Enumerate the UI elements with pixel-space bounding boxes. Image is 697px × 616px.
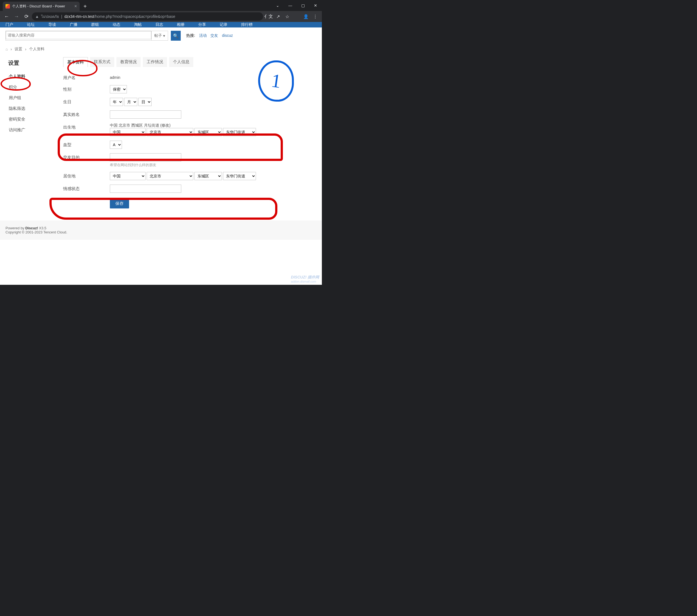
nav-item[interactable]: 淘帖 (134, 22, 142, 27)
nav-item[interactable]: 记录 (220, 22, 227, 27)
favicon-icon (5, 4, 10, 9)
close-window-icon[interactable]: ✕ (309, 0, 322, 11)
select-res-city[interactable]: 东城区 (194, 172, 222, 180)
minimize-icon[interactable]: ― (284, 0, 297, 11)
select-res-country[interactable]: 中国 (110, 172, 146, 180)
select-gender[interactable]: 保密 (110, 85, 127, 93)
select-bp-province[interactable]: 北京市 (147, 128, 193, 136)
caret-down-icon[interactable]: ⌄ (271, 0, 284, 11)
nav-item[interactable]: 门户 (5, 22, 13, 27)
top-nav: 门户论坛导读广播群组动态淘帖日志相册分享记录排行榜 (0, 22, 322, 28)
menu-icon[interactable]: ⋮ (311, 12, 320, 21)
address-bar: ← → ⟳ ▲ ไม่ปลอดภัย | dzx34-rtm-cn.test/h… (0, 11, 322, 22)
search-type-select[interactable]: 帖子 ▾ (151, 31, 168, 40)
input-realname[interactable] (110, 111, 181, 119)
breadcrumb: ⌂ › 设置 › 个人资料 (0, 44, 322, 54)
chevron-down-icon: ▾ (163, 33, 165, 38)
profile-tab-2[interactable]: 教育情况 (116, 57, 140, 67)
profile-tab-4[interactable]: 个人信息 (169, 57, 193, 67)
value-username: admin (110, 74, 120, 79)
nav-item[interactable]: 日志 (155, 22, 163, 27)
hot-link-2[interactable]: 交友 (210, 33, 218, 38)
url-text: dzx34-rtm-cn.test/home.php?mod=spacecp&a… (64, 14, 176, 19)
omnibox[interactable]: ▲ ไม่ปลอดภัย | dzx34-rtm-cn.test/home.ph… (32, 12, 263, 20)
crumb-profile: 个人资料 (29, 47, 44, 52)
profile-tab-3[interactable]: 工作情况 (143, 57, 167, 67)
input-friendgoal[interactable] (110, 153, 181, 161)
sidebar-item-1[interactable]: 积分 (5, 82, 55, 92)
sidebar-title: 设置 (5, 57, 55, 69)
footer: Powered by Discuz! X3.5 Copyright © 2001… (0, 221, 322, 240)
hot-search: 热搜: 活动 交友 discuz (186, 33, 233, 38)
nav-item[interactable]: 排行榜 (241, 22, 253, 27)
hot-link-3[interactable]: discuz (222, 33, 233, 38)
birthplace-current-text: 中国 北京市 西城区 月坛街道 (修改) (110, 123, 314, 128)
new-tab-button[interactable]: + (80, 2, 91, 11)
label-gender: 性别 (63, 85, 110, 92)
profile-tab-0[interactable]: 基本资料 (63, 57, 88, 67)
sidepanel-icon[interactable] (292, 12, 301, 21)
sidebar: 设置 个人资料积分用户组隐私筛选密码安全访问推广 (3, 54, 58, 215)
hot-link-1[interactable]: 活动 (199, 33, 207, 38)
crumb-settings[interactable]: 设置 (15, 47, 22, 52)
content-panel: 基本资料联系方式教育情况工作情况个人信息 用户名admin 性别保密 生日 年 … (58, 54, 319, 215)
back-button[interactable]: ← (2, 12, 11, 21)
nav-item[interactable]: 分享 (198, 22, 206, 27)
sidebar-item-5[interactable]: 访问推广 (5, 125, 55, 135)
select-bp-district[interactable]: 东华门街道 (223, 128, 256, 136)
search-input[interactable] (6, 31, 151, 39)
nav-item[interactable]: 相册 (177, 22, 184, 27)
sidebar-item-4[interactable]: 密码安全 (5, 114, 55, 125)
nav-item[interactable]: 广播 (70, 22, 77, 27)
select-year[interactable]: 年 (110, 98, 123, 106)
nav-item[interactable]: 导读 (48, 22, 56, 27)
profile-tab-1[interactable]: 联系方式 (90, 57, 114, 67)
nav-item[interactable]: 群组 (91, 22, 99, 27)
not-secure-label: ไม่ปลอดภัย (41, 14, 59, 19)
label-birthplace: 出生地 (63, 123, 110, 130)
watermark: DISCUZ! 插件网 addon.dismall.com (291, 275, 319, 283)
select-bp-country[interactable]: 中国 (110, 128, 146, 136)
search-box: 帖子 ▾ (5, 31, 168, 41)
home-icon[interactable]: ⌂ (5, 47, 8, 52)
sidebar-item-2[interactable]: 用户组 (5, 92, 55, 103)
select-month[interactable]: 月 (124, 98, 137, 106)
sidebar-item-3[interactable]: 隐私筛选 (5, 103, 55, 114)
share-icon[interactable]: ↗ (273, 12, 282, 21)
window-controls: ⌄ ― ▢ ✕ (271, 0, 322, 11)
select-res-district[interactable]: 东华门街道 (223, 172, 256, 180)
label-emotion: 情感状态 (63, 185, 110, 191)
search-row: 帖子 ▾ 🔍 热搜: 活动 交友 discuz (0, 28, 322, 44)
save-button[interactable]: 保存 (110, 199, 129, 208)
sidebar-item-0[interactable]: 个人资料 (5, 71, 55, 82)
label-blood: 血型 (63, 141, 110, 147)
translate-icon[interactable]: ⺅文 (264, 12, 273, 21)
label-birthday: 生日 (63, 98, 110, 105)
select-bp-city[interactable]: 东城区 (194, 128, 222, 136)
maximize-icon[interactable]: ▢ (297, 0, 309, 11)
hint-friendgoal: 希望在网站找到什么样的朋友 (110, 163, 314, 167)
select-blood[interactable]: A (110, 141, 122, 149)
bookmark-icon[interactable]: ☆ (283, 12, 292, 21)
label-friendgoal: 交友目的 (63, 153, 110, 160)
profile-icon[interactable]: 👤 (301, 12, 310, 21)
tab-title: 个人资料 - Discuz! Board - Power (12, 4, 65, 9)
label-realname: 真实姓名 (63, 111, 110, 117)
not-secure-icon: ▲ (35, 14, 39, 19)
input-emotion[interactable] (110, 185, 181, 193)
select-res-province[interactable]: 北京市 (147, 172, 193, 180)
reload-button[interactable]: ⟳ (22, 12, 31, 21)
browser-tab[interactable]: 个人资料 - Discuz! Board - Power × (3, 2, 80, 11)
select-day[interactable]: 日 (138, 98, 152, 106)
forward-button[interactable]: → (12, 12, 21, 21)
nav-item[interactable]: 论坛 (27, 22, 34, 27)
tab-close-icon[interactable]: × (74, 4, 77, 9)
browser-titlebar: 个人资料 - Discuz! Board - Power × + ⌄ ― ▢ ✕ (0, 0, 322, 11)
page-viewport: 门户论坛导读广播群组动态淘帖日志相册分享记录排行榜 帖子 ▾ 🔍 热搜: 活动 … (0, 22, 322, 285)
profile-tabs: 基本资料联系方式教育情况工作情况个人信息 (63, 57, 314, 67)
search-button[interactable]: 🔍 (171, 31, 181, 41)
nav-item[interactable]: 动态 (113, 22, 120, 27)
label-residence: 居住地 (63, 172, 110, 179)
label-username: 用户名 (63, 74, 110, 80)
